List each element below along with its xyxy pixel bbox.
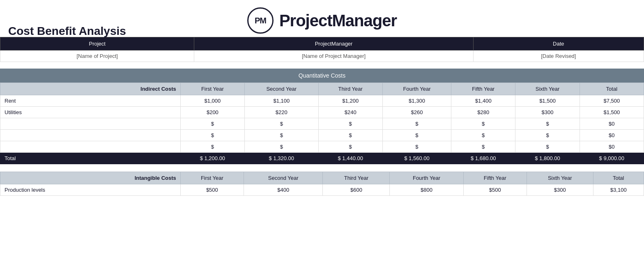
info-header-pm: ProjectManager	[194, 37, 473, 50]
col-second-year: Second Year	[245, 83, 319, 95]
intangible-row-0-col-3: $800	[390, 184, 463, 196]
info-table: Project ProjectManager Date [Name of Pro…	[0, 37, 644, 62]
indirect-row-label-0: Rent	[0, 95, 181, 107]
indirect-row-3: $$$$$$$0	[0, 130, 644, 141]
intangible-row-0: Production levels$500$400$600$800$500$30…	[0, 184, 644, 196]
col-fourth-year: Fourth Year	[382, 83, 451, 95]
indirect-row-2-col-5: $	[515, 118, 580, 130]
indirect-total-col-6: $ 9,000.00	[580, 153, 644, 164]
indirect-row-1: Utilities$200$220$240$260$280$300$1,500	[0, 107, 644, 118]
intangible-row-0-col-6: $3,100	[593, 184, 644, 196]
col-fifth-year: Fifth Year	[451, 83, 515, 95]
indirect-row-label-1: Utilities	[0, 107, 181, 118]
indirect-row-2-col-2: $	[318, 118, 382, 130]
indirect-row-3-col-0: $	[180, 130, 244, 141]
indirect-row-2-col-1: $	[245, 118, 319, 130]
logo-pm-text: PM	[255, 16, 266, 25]
indirect-row-1-col-3: $260	[382, 107, 451, 118]
indirect-row-4-col-5: $	[515, 141, 580, 153]
indirect-row-1-col-6: $1,500	[580, 107, 644, 118]
indirect-row-4-col-6: $0	[580, 141, 644, 153]
indirect-total-col-3: $ 1,560.00	[382, 153, 451, 164]
indirect-row-label-4	[0, 141, 181, 153]
indirect-row-3-col-6: $0	[580, 130, 644, 141]
intangible-costs-label: Intangible Costs	[0, 172, 181, 184]
page-title: Cost Benefit Analysis	[8, 25, 126, 38]
indirect-costs-table: Indirect Costs First Year Second Year Th…	[0, 83, 644, 164]
indirect-row-2-col-6: $0	[580, 118, 644, 130]
indirect-row-3-col-2: $	[318, 130, 382, 141]
indirect-row-0-col-0: $1,000	[180, 95, 244, 107]
intangible-col-first-year: First Year	[180, 172, 244, 184]
indirect-row-4: $$$$$$$0	[0, 141, 644, 153]
indirect-row-3-col-3: $	[382, 130, 451, 141]
intangible-row-0-col-2: $600	[323, 184, 390, 196]
indirect-row-2-col-0: $	[180, 118, 244, 130]
intangible-col-total: Total	[593, 172, 644, 184]
indirect-total-col-5: $ 1,800.00	[515, 153, 580, 164]
quantitative-costs-header: Quantitative Costs	[0, 69, 644, 83]
logo-name: ProjectManager	[279, 11, 397, 30]
indirect-row-label-3	[0, 130, 181, 141]
indirect-total-col-0: $ 1,200.00	[180, 153, 244, 164]
intangible-row-0-col-4: $500	[463, 184, 527, 196]
intangible-col-sixth-year: Sixth Year	[527, 172, 593, 184]
indirect-row-1-col-2: $240	[318, 107, 382, 118]
indirect-row-0-col-4: $1,400	[451, 95, 515, 107]
indirect-row-1-col-5: $300	[515, 107, 580, 118]
indirect-row-2-col-4: $	[451, 118, 515, 130]
indirect-row-0: Rent$1,000$1,100$1,200$1,300$1,400$1,500…	[0, 95, 644, 107]
indirect-row-4-col-1: $	[245, 141, 319, 153]
page-wrapper: PM ProjectManager Cost Benefit Analysis …	[0, 0, 644, 196]
col-first-year: First Year	[180, 83, 244, 95]
indirect-row-2-col-3: $	[382, 118, 451, 130]
info-value-date: [Date Revised]	[473, 50, 644, 62]
intangible-col-third-year: Third Year	[323, 172, 390, 184]
intangible-col-fifth-year: Fifth Year	[463, 172, 527, 184]
indirect-total-col-1: $ 1,320.00	[245, 153, 319, 164]
indirect-total-col-4: $ 1,680.00	[451, 153, 515, 164]
logo-circle: PM	[247, 7, 274, 34]
intangible-row-0-col-1: $400	[244, 184, 322, 196]
intangible-col-second-year: Second Year	[244, 172, 322, 184]
indirect-total-row: Total$ 1,200.00$ 1,320.00$ 1,440.00$ 1,5…	[0, 153, 644, 164]
col-sixth-year: Sixth Year	[515, 83, 580, 95]
indirect-row-3-col-5: $	[515, 130, 580, 141]
indirect-row-0-col-5: $1,500	[515, 95, 580, 107]
info-header-project: Project	[0, 37, 194, 50]
indirect-row-3-col-1: $	[245, 130, 319, 141]
info-value-project: [Name of Project]	[0, 50, 194, 62]
indirect-row-0-col-6: $7,500	[580, 95, 644, 107]
indirect-row-4-col-4: $	[451, 141, 515, 153]
indirect-row-4-col-3: $	[382, 141, 451, 153]
content: Project ProjectManager Date [Name of Pro…	[0, 37, 644, 196]
indirect-row-2: $$$$$$$0	[0, 118, 644, 130]
indirect-total-label: Total	[0, 153, 181, 164]
intangible-col-fourth-year: Fourth Year	[390, 172, 463, 184]
indirect-row-0-col-2: $1,200	[318, 95, 382, 107]
indirect-row-label-2	[0, 118, 181, 130]
indirect-row-3-col-4: $	[451, 130, 515, 141]
intangible-row-0-col-5: $300	[527, 184, 593, 196]
logo-container: PM ProjectManager	[247, 7, 397, 34]
indirect-row-1-col-4: $280	[451, 107, 515, 118]
indirect-total-col-2: $ 1,440.00	[318, 153, 382, 164]
col-total: Total	[580, 83, 644, 95]
col-third-year: Third Year	[318, 83, 382, 95]
indirect-row-1-col-0: $200	[180, 107, 244, 118]
info-header-date: Date	[473, 37, 644, 50]
intangible-costs-table: Intangible Costs First Year Second Year …	[0, 172, 644, 196]
indirect-row-0-col-1: $1,100	[245, 95, 319, 107]
indirect-row-0-col-3: $1,300	[382, 95, 451, 107]
indirect-row-1-col-1: $220	[245, 107, 319, 118]
indirect-costs-label: Indirect Costs	[0, 83, 181, 95]
indirect-row-4-col-0: $	[180, 141, 244, 153]
info-value-pm: [Name of Project Manager]	[194, 50, 473, 62]
intangible-row-0-col-0: $500	[180, 184, 244, 196]
indirect-row-4-col-2: $	[318, 141, 382, 153]
intangible-row-label-0: Production levels	[0, 184, 181, 196]
